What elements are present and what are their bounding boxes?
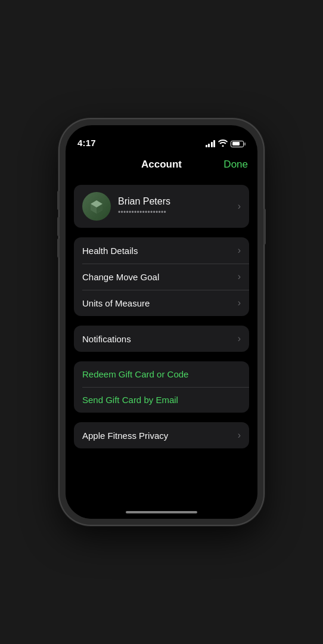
details-section: Health Details › Change Move Goal › Unit… <box>74 237 249 316</box>
battery-icon <box>231 141 246 147</box>
notch <box>126 125 197 141</box>
profile-chevron-icon: › <box>238 201 241 212</box>
profile-name: Brian Peters <box>118 196 231 207</box>
units-of-measure-row[interactable]: Units of Measure › <box>74 290 249 316</box>
profile-email: •••••••••••••••••• <box>118 208 231 216</box>
phone-frame: 4:17 <box>60 119 263 525</box>
done-button[interactable]: Done <box>223 159 248 171</box>
redeem-gift-card-row[interactable]: Redeem Gift Card or Code <box>74 361 249 387</box>
change-move-goal-chevron-icon: › <box>238 271 241 282</box>
send-gift-card-label: Send Gift Card by Email <box>82 395 241 405</box>
health-details-label: Health Details <box>82 246 238 256</box>
notifications-row[interactable]: Notifications › <box>74 326 249 352</box>
home-bar <box>126 511 197 513</box>
phone-screen: 4:17 <box>66 125 257 519</box>
scroll-content: Brian Peters •••••••••••••••••• › Health… <box>66 178 257 506</box>
change-move-goal-row[interactable]: Change Move Goal › <box>74 264 249 290</box>
units-of-measure-label: Units of Measure <box>82 298 238 308</box>
change-move-goal-label: Change Move Goal <box>82 272 238 282</box>
profile-section: Brian Peters •••••••••••••••••• › <box>74 185 249 228</box>
health-details-chevron-icon: › <box>238 245 241 256</box>
apple-fitness-privacy-label: Apple Fitness Privacy <box>82 431 238 441</box>
units-of-measure-chevron-icon: › <box>238 298 241 308</box>
nav-bar: Account Done <box>66 151 257 178</box>
send-gift-card-row[interactable]: Send Gift Card by Email <box>74 387 249 413</box>
notifications-label: Notifications <box>82 334 238 344</box>
profile-row[interactable]: Brian Peters •••••••••••••••••• › <box>74 185 249 228</box>
nav-title: Account <box>141 159 182 171</box>
profile-info: Brian Peters •••••••••••••••••• <box>118 196 231 216</box>
privacy-section: Apple Fitness Privacy › <box>74 422 249 448</box>
gift-section: Redeem Gift Card or Code Send Gift Card … <box>74 361 249 413</box>
notifications-chevron-icon: › <box>238 333 241 344</box>
avatar <box>82 192 111 221</box>
status-icons <box>206 140 246 148</box>
apple-fitness-privacy-chevron-icon: › <box>238 430 241 441</box>
wifi-icon <box>218 140 228 148</box>
signal-icon <box>206 140 216 147</box>
health-details-row[interactable]: Health Details › <box>74 237 249 264</box>
redeem-gift-card-label: Redeem Gift Card or Code <box>82 369 241 379</box>
status-time: 4:17 <box>77 138 96 148</box>
home-indicator <box>66 506 257 519</box>
avatar-cube-icon <box>88 198 105 215</box>
notifications-section: Notifications › <box>74 326 249 352</box>
apple-fitness-privacy-row[interactable]: Apple Fitness Privacy › <box>74 422 249 448</box>
